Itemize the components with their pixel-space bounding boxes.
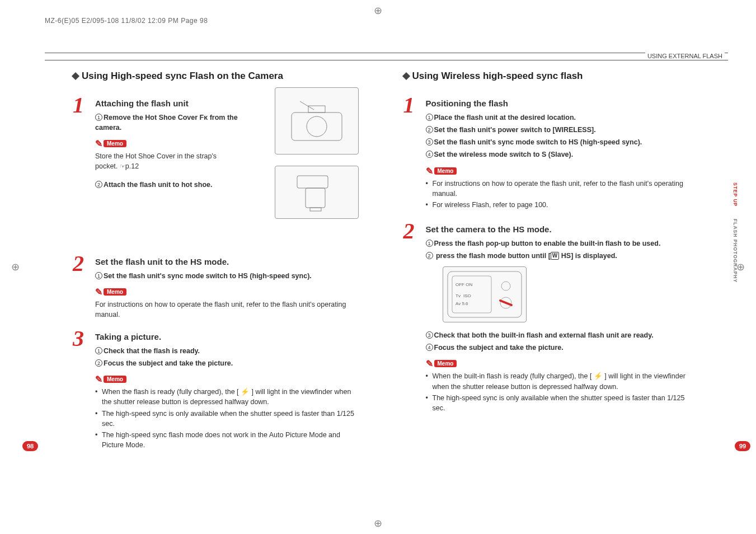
section-header-label: USING EXTERNAL FLASH	[645, 53, 725, 59]
left-step-3: 3 Taking a picture. 1Check that the flas…	[73, 329, 359, 451]
memo-bullets: When the built-in flash is ready (fully …	[426, 371, 689, 413]
page-ref: p.12	[125, 162, 139, 170]
svg-rect-3	[297, 176, 328, 188]
circled-number-icon: 2	[95, 359, 102, 367]
circled-number-icon: 2	[95, 181, 102, 188]
step-number: 1	[403, 95, 419, 211]
memo-label: Memo	[104, 288, 126, 296]
memo-note: For instructions on how to operate the f…	[95, 299, 359, 320]
page-number-left: 98	[22, 441, 38, 451]
substep-text: Attach the flash unit to hot shoe.	[104, 181, 212, 189]
substep-text: Focus the subject and take the picture.	[104, 359, 233, 367]
circled-number-icon: 2	[426, 126, 433, 133]
substep: 4Set the wireless mode switch to S (Slav…	[426, 149, 689, 160]
crop-mark-left: ⊕	[11, 261, 20, 273]
crop-mark-top: ⊕	[374, 4, 382, 17]
flash-illustration	[275, 166, 359, 219]
section-header-bar: USING EXTERNAL FLASH	[45, 53, 728, 60]
circled-number-icon: 1	[95, 114, 102, 121]
circled-number-icon: 1	[95, 272, 102, 279]
substep-text: Set the flash unit's power switch to [WI…	[434, 126, 596, 134]
substep-text: Remove the Hot Shoe Cover Fκ from the ca…	[95, 114, 238, 132]
substep: 2Attach the flash unit to hot shoe.	[95, 180, 241, 190]
substep: 1Press the flash pop-up button to enable…	[426, 238, 689, 249]
substep: 4Focus the subject and take the picture.	[426, 343, 689, 353]
substep-hs: 2 press the flash mode button until [W H…	[426, 251, 689, 261]
hs-label: HS	[561, 252, 571, 260]
right-step-2: 2 Set the camera to the HS mode. 1Press …	[403, 221, 689, 414]
flash-unit-icon	[283, 171, 350, 213]
svg-text:Av 5.6: Av 5.6	[456, 301, 468, 306]
step-title: Set the camera to the HS mode.	[426, 224, 689, 234]
bullet-item: For instructions on how to operate the f…	[426, 179, 689, 199]
document-page: ⊕ ⊕ ⊕ ⊕ MZ-6(E)05 E2/095-108 11/8/02 12:…	[0, 0, 756, 534]
memo-swoosh-icon: ✎	[426, 166, 433, 176]
circled-number-icon: 3	[426, 331, 433, 339]
memo-swoosh-icon: ✎	[426, 358, 433, 369]
step-title: Taking a picture.	[95, 332, 359, 341]
svg-point-1	[307, 116, 327, 137]
step-title: Positioning the flash	[426, 99, 689, 108]
memo-badge: ✎ Memo	[95, 138, 126, 149]
memo-swoosh-icon: ✎	[95, 374, 102, 385]
substep-text: Check that the flash is ready.	[104, 347, 200, 355]
circled-number-icon: 1	[426, 114, 433, 121]
svg-text:ISO: ISO	[463, 293, 471, 298]
circled-number-icon: 1	[426, 240, 433, 247]
diamond-icon	[402, 72, 410, 80]
crop-mark-bottom: ⊕	[374, 517, 382, 530]
bullet-item: The high-speed sync is only available wh…	[95, 409, 359, 429]
bullet-item: The high-speed sync is only available wh…	[426, 393, 689, 413]
svg-text:Tv: Tv	[456, 293, 461, 298]
substep-text: Press the flash pop-up button to enable …	[434, 240, 661, 247]
bullet-item: For wireless Flash, refer to page 100.	[426, 200, 689, 210]
right-title-text: Using Wireless high-speed sync flash	[412, 71, 583, 82]
step-number: 2	[403, 221, 419, 414]
right-page: Using Wireless high-speed sync flash 1 P…	[403, 71, 729, 457]
memo-note: Store the Hot Shoe Cover in the strap's …	[95, 151, 241, 171]
substep-text: Check that both the built-in flash and e…	[434, 331, 654, 339]
bullet-item: The high-speed sync flash mode does not …	[95, 430, 359, 450]
memo-badge: ✎ Memo	[95, 374, 126, 385]
left-title-text: Using High-speed sync Flash on the Camer…	[82, 71, 283, 82]
substep: 2Focus the subject and take the picture.	[95, 358, 359, 368]
side-tab-step-up: STEP UP	[731, 179, 739, 210]
side-tabs: STEP UP FLASH PHOTOGRAPHY	[731, 179, 739, 286]
print-slug: MZ-6(E)05 E2/095-108 11/8/02 12:09 PM Pa…	[45, 17, 728, 25]
substep: 3Set the flash unit's sync mode switch t…	[426, 137, 689, 147]
substep-text: Focus the subject and take the picture.	[434, 344, 564, 352]
lcd-illustration: OFF ON Tv ISO Av 5.6	[443, 266, 527, 322]
memo-label: Memo	[434, 167, 457, 175]
two-page-spread: Using High-speed sync Flash on the Camer…	[45, 71, 728, 457]
svg-rect-5	[310, 208, 321, 211]
camera-icon	[283, 96, 350, 146]
svg-text:OFF ON: OFF ON	[456, 282, 472, 287]
side-tab-flash-photography: FLASH PHOTOGRAPHY	[731, 216, 739, 286]
memo-swoosh-icon: ✎	[95, 287, 102, 297]
substep: 1Set the flash unit's sync mode switch t…	[95, 271, 359, 281]
memo-label: Memo	[104, 140, 126, 147]
svg-rect-4	[306, 188, 325, 208]
circled-number-icon: 4	[426, 344, 433, 351]
step-title: Set the flash unit to the HS mode.	[95, 257, 359, 266]
step-number: 3	[73, 329, 88, 451]
memo-note-text: Store the Hot Shoe Cover in the strap's …	[95, 152, 217, 170]
page-number-right: 99	[735, 441, 750, 451]
memo-bullets: For instructions on how to operate the f…	[426, 179, 689, 210]
right-step-1: 1 Positioning the flash 1Place the flash…	[403, 95, 689, 211]
substep-text: Set the flash unit's sync mode switch to…	[434, 138, 642, 146]
memo-bullets: When the flash is ready (fully charged),…	[95, 387, 359, 450]
diamond-icon	[72, 72, 79, 80]
lcd-panel-icon: OFF ON Tv ISO Av 5.6	[445, 269, 524, 320]
bullet-item: When the built-in flash is ready (fully …	[426, 371, 689, 391]
substep-text: Set the wireless mode switch to S (Slave…	[434, 151, 574, 158]
camera-illustration	[275, 87, 359, 154]
circled-number-icon: 2	[426, 252, 433, 259]
memo-badge: ✎ Memo	[426, 166, 457, 176]
hs-w-icon: W	[551, 252, 559, 260]
substep-suffix: ] is displayed.	[571, 252, 617, 260]
substep-text: Set the flash unit's sync mode switch to…	[104, 272, 312, 280]
memo-badge: ✎ Memo	[426, 358, 457, 369]
substep-text: Place the flash unit at the desired loca…	[434, 114, 576, 121]
memo-label: Memo	[434, 360, 457, 367]
